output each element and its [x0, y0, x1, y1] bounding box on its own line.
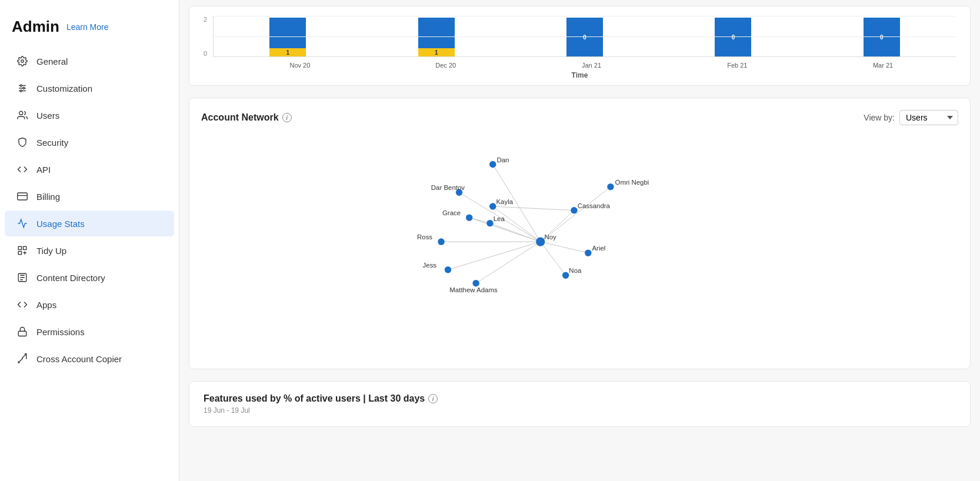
bar-blue-jan21: 0	[566, 18, 603, 56]
svg-rect-8	[18, 193, 28, 200]
bar-group-feb21: 0	[659, 18, 807, 56]
sidebar-item-billing[interactable]: Billing	[5, 183, 174, 209]
sidebar-item-apps[interactable]: Apps	[5, 292, 174, 318]
label-ariel: Ariel	[592, 245, 605, 252]
chart-x-label-mar21: Mar 21	[810, 62, 956, 69]
node-grace[interactable]	[466, 214, 472, 221]
sidebar-item-users[interactable]: Users	[5, 102, 174, 128]
sidebar-label-cross-account-copier: Cross Account Copier	[36, 354, 122, 364]
learn-more-link[interactable]: Learn More	[66, 22, 109, 32]
label-noa: Noa	[569, 267, 582, 274]
node-matthew[interactable]	[472, 280, 479, 286]
svg-point-0	[21, 60, 24, 63]
bar-yellow-nov20: 1	[269, 48, 306, 56]
gear-icon	[16, 55, 28, 67]
label-cassandra: Cassandra	[578, 202, 611, 209]
sidebar-item-permissions[interactable]: Permissions	[5, 319, 174, 345]
node-jess[interactable]	[445, 266, 451, 273]
node-ross[interactable]	[438, 238, 444, 245]
sidebar-item-cross-account-copier[interactable]: Cross Account Copier	[5, 346, 174, 372]
label-grace: Grace	[442, 209, 461, 216]
label-dar: Dar Bentov	[431, 184, 465, 191]
features-card: Features used by % of active users | Las…	[189, 381, 971, 427]
credit-card-icon	[16, 191, 28, 202]
label-omri: Omri Negbi	[615, 179, 649, 186]
network-card-header: Account Network i View by: Users Groups …	[201, 110, 958, 125]
sidebar-label-api: API	[36, 165, 51, 175]
api-icon	[16, 163, 28, 175]
svg-line-18	[493, 206, 541, 242]
sidebar-label-tidy-up: Tidy Up	[36, 246, 66, 256]
bar-blue-dec20	[418, 18, 455, 48]
network-info-icon[interactable]: i	[282, 113, 292, 122]
node-dan[interactable]	[489, 161, 496, 168]
chart-x-label-nov20: Nov 20	[227, 62, 373, 69]
bar-group-dec20: 1	[362, 18, 511, 56]
bar-yellow-dec20: 1	[418, 48, 455, 56]
sidebar-item-customization[interactable]: Customization	[5, 75, 174, 101]
svg-rect-12	[18, 252, 21, 255]
svg-line-26	[476, 242, 541, 283]
label-noy: Noy	[544, 233, 556, 240]
svg-rect-11	[24, 246, 26, 249]
chart-x-label-jan21: Jan 21	[519, 62, 665, 69]
bar-blue-feb21: 0	[715, 18, 751, 56]
bar-group-mar21: 0	[808, 18, 956, 56]
bar-group-jan21: 0	[511, 18, 659, 56]
network-graph: Dan Omri Negbi Dar Bentov Kayla Cassandr…	[201, 131, 958, 355]
sidebar-label-content-directory: Content Directory	[36, 273, 105, 283]
view-by-label: View by:	[864, 113, 895, 122]
node-kayla[interactable]	[489, 203, 496, 209]
node-ariel[interactable]	[585, 249, 591, 256]
sidebar-item-api[interactable]: API	[5, 156, 174, 182]
label-matthew: Matthew Adams	[449, 286, 498, 293]
sidebar-label-permissions: Permissions	[36, 327, 85, 337]
node-noa[interactable]	[562, 272, 569, 279]
chart-line-icon	[16, 218, 28, 229]
svg-line-27	[493, 206, 574, 211]
features-title: Features used by % of active users | Las…	[204, 393, 956, 404]
label-dan: Dan	[496, 156, 509, 163]
label-kayla: Kayla	[496, 198, 513, 205]
view-by-container: View by: Users Groups Domains	[864, 110, 958, 125]
svg-rect-10	[18, 246, 21, 249]
sidebar-item-security[interactable]: Security	[5, 129, 174, 155]
bar-blue-mar21: 0	[864, 18, 900, 56]
chart-y-label-2: 2	[204, 16, 207, 23]
sidebar-item-usage-stats[interactable]: Usage Stats	[5, 211, 174, 236]
sidebar-label-users: Users	[36, 111, 59, 121]
label-jess: Jess	[423, 262, 437, 269]
svg-point-4	[20, 85, 22, 86]
svg-rect-14	[18, 331, 26, 336]
copy-icon	[16, 353, 28, 365]
sidebar-item-content-directory[interactable]: Content Directory	[5, 265, 174, 290]
features-info-icon[interactable]: i	[428, 394, 438, 403]
shield-icon	[16, 136, 28, 148]
sidebar-label-usage-stats: Usage Stats	[36, 219, 85, 229]
svg-line-20	[469, 218, 541, 242]
features-date-range: 19 Jun - 19 Jul	[204, 406, 956, 415]
chart-y-label-0: 0	[204, 50, 207, 57]
svg-point-7	[19, 111, 23, 115]
account-network-card: Account Network i View by: Users Groups …	[189, 98, 971, 369]
node-noy[interactable]	[536, 237, 545, 246]
node-omri[interactable]	[607, 183, 614, 190]
sidebar-label-billing: Billing	[36, 192, 60, 202]
tidy-icon	[16, 245, 28, 256]
chart-x-label-dec20: Dec 20	[373, 62, 519, 69]
lock-icon	[16, 326, 28, 338]
view-by-select[interactable]: Users Groups Domains	[899, 110, 958, 125]
svg-line-24	[448, 242, 540, 270]
admin-title: Admin	[12, 18, 59, 36]
sidebar-item-general[interactable]: General	[5, 48, 174, 74]
sidebar-label-security: Security	[36, 138, 68, 148]
node-lea[interactable]	[486, 220, 493, 226]
chart-x-title: Time	[204, 71, 956, 79]
node-cassandra[interactable]	[571, 207, 577, 213]
sidebar-nav: General Customization Users Security	[0, 48, 179, 372]
sliders-icon	[16, 82, 28, 94]
sidebar-item-tidy-up[interactable]: Tidy Up	[5, 238, 174, 263]
content-directory-icon	[16, 272, 28, 283]
sidebar-label-apps: Apps	[36, 300, 56, 310]
chart-card: 2 0 1 1	[189, 6, 971, 86]
